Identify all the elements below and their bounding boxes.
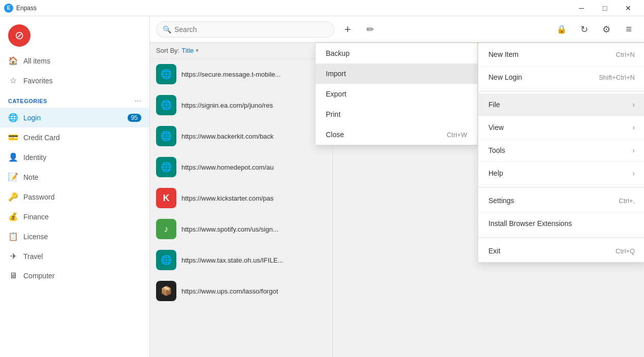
menu-divider-3 <box>478 237 644 238</box>
computer-label: Computer <box>23 272 141 280</box>
identity-label: Identity <box>23 153 141 161</box>
list-item[interactable]: 🌐 https://secure.message.t-mobile... <box>150 59 332 90</box>
item-icon: 📦 <box>156 281 176 301</box>
list-item[interactable]: 📦 https://www.ups.com/lasso/forgot <box>150 276 332 307</box>
home-icon: 🏠 <box>8 56 18 66</box>
menu-file[interactable]: File › <box>478 93 644 116</box>
add-button[interactable]: + <box>339 20 357 39</box>
new-login-shortcut: Shift+Ctrl+N <box>599 74 635 81</box>
exit-shortcut: Ctrl+Q <box>616 247 635 255</box>
sidebar-item-favorites[interactable]: ☆ Favorites <box>0 71 149 90</box>
sidebar-item-credit-card[interactable]: 💳 Credit Card <box>0 127 149 147</box>
list-header: Sort By: Title ▾ <box>150 43 332 59</box>
favorites-label: Favorites <box>23 77 141 85</box>
close-shortcut: Ctrl+W <box>447 131 467 139</box>
list-item[interactable]: ♪ https://www.spotify.com/us/sign... <box>150 214 332 245</box>
search-box[interactable]: 🔍 <box>156 21 334 38</box>
license-label: License <box>23 233 141 241</box>
menu-new-login[interactable]: New Login Shift+Ctrl+N <box>478 66 644 89</box>
finance-label: Finance <box>23 213 141 221</box>
sidebar-item-computer[interactable]: 🖥 Computer <box>0 266 149 285</box>
list-item[interactable]: 🌐 https://www.tax.state.oh.us/IFILE... <box>150 245 332 276</box>
app-name: Enpass <box>16 5 37 12</box>
categories-header: CATEGORIES ··· <box>0 90 149 108</box>
sort-by-value[interactable]: Title <box>181 47 194 54</box>
file-print-item[interactable]: Print <box>316 104 477 124</box>
item-url: https://www.ups.com/lasso/forgot <box>181 287 278 295</box>
sidebar-item-all-items[interactable]: 🏠 All items <box>0 51 149 71</box>
settings-shortcut: Ctrl+, <box>619 197 635 205</box>
categories-label: CATEGORIES <box>8 98 47 104</box>
item-url: https://www.tax.state.oh.us/IFILE... <box>181 256 283 264</box>
sort-by-label: Sort By: <box>156 47 179 54</box>
refresh-button[interactable]: ↻ <box>575 20 593 39</box>
item-icon: 🌐 <box>156 250 176 270</box>
password-label: Password <box>23 193 141 201</box>
new-item-shortcut: Ctrl+N <box>616 51 635 58</box>
menu-settings[interactable]: Settings Ctrl+, <box>478 189 644 212</box>
list-item[interactable]: 🌐 https://www.homedepot.com/au <box>150 152 332 183</box>
lock-button[interactable]: 🔒 <box>553 20 571 39</box>
avatar[interactable] <box>8 24 30 47</box>
list-item[interactable]: 🌐 https://www.backerkit.com/back <box>150 121 332 152</box>
toolbar: 🔍 + ✏ 🔒 ↻ ⚙ ≡ <box>150 16 644 43</box>
item-url: https://www.spotify.com/us/sign... <box>181 225 279 233</box>
edit-button[interactable]: ✏ <box>361 20 379 39</box>
item-url: https://www.backerkit.com/back <box>181 133 273 140</box>
file-chevron-icon: › <box>632 101 635 109</box>
item-icon: ♪ <box>156 219 176 239</box>
settings-button[interactable]: ⚙ <box>597 20 616 39</box>
travel-icon: ✈ <box>8 251 18 261</box>
print-label: Print <box>326 110 341 118</box>
menu-divider-2 <box>478 187 644 187</box>
menu-new-item[interactable]: New Item Ctrl+N <box>478 43 644 66</box>
tools-label: Tools <box>488 146 505 154</box>
sidebar-item-password[interactable]: 🔑 Password <box>0 187 149 207</box>
help-label: Help <box>488 169 503 177</box>
export-label: Export <box>326 90 346 98</box>
credit-card-icon: 💳 <box>8 133 18 142</box>
categories-more-button[interactable]: ··· <box>135 96 141 106</box>
sidebar-avatar-area <box>0 16 149 51</box>
app-logo: E <box>4 4 13 13</box>
file-close-item[interactable]: Close Ctrl+W <box>316 124 477 145</box>
list-item[interactable]: 🌐 https://signin.ea.com/p/juno/res <box>150 90 332 121</box>
login-label: Login <box>23 114 122 122</box>
menu-tools[interactable]: Tools › <box>478 139 644 162</box>
note-label: Note <box>23 173 141 181</box>
minimize-button[interactable]: ─ <box>570 0 593 16</box>
item-url: https://www.homedepot.com/au <box>181 164 273 171</box>
menu-help[interactable]: Help › <box>478 162 644 185</box>
sidebar-item-finance[interactable]: 💰 Finance <box>0 207 149 226</box>
view-chevron-icon: › <box>632 123 635 132</box>
file-export-item[interactable]: Export <box>316 84 477 104</box>
import-label: Import <box>326 70 346 78</box>
menu-view[interactable]: View › <box>478 116 644 139</box>
new-login-label: New Login <box>488 73 522 81</box>
item-icon: 🌐 <box>156 157 176 177</box>
all-items-label: All items <box>23 57 141 65</box>
menu-button[interactable]: ≡ <box>620 20 638 39</box>
travel-label: Travel <box>23 252 141 261</box>
view-label: View <box>488 123 504 132</box>
sidebar-item-note[interactable]: 📝 Note <box>0 167 149 187</box>
file-backup-item[interactable]: Backup <box>316 43 477 63</box>
menu-install-extensions[interactable]: Install Browser Extensions <box>478 212 644 235</box>
search-input[interactable] <box>174 25 328 34</box>
search-icon: 🔍 <box>163 25 171 34</box>
close-button[interactable]: ✕ <box>617 0 640 16</box>
sort-chevron-icon[interactable]: ▾ <box>196 47 199 54</box>
menu-exit[interactable]: Exit Ctrl+Q <box>478 240 644 262</box>
item-url: https://signin.ea.com/p/juno/res <box>181 102 273 109</box>
maximize-button[interactable]: □ <box>593 0 617 16</box>
titlebar-left: E Enpass <box>4 4 37 13</box>
install-extensions-label: Install Browser Extensions <box>488 219 572 228</box>
list-item[interactable]: K https://www.kickstarter.com/pas <box>150 183 332 214</box>
tools-chevron-icon: › <box>632 146 635 154</box>
file-import-item[interactable]: Import <box>316 63 477 84</box>
sidebar-item-login[interactable]: 🌐 Login 95 <box>0 108 149 127</box>
sidebar-item-identity[interactable]: 👤 Identity <box>0 147 149 167</box>
sidebar-item-travel[interactable]: ✈ Travel <box>0 246 149 266</box>
list-pane: Sort By: Title ▾ 🌐 https://secure.messag… <box>150 43 333 357</box>
sidebar-item-license[interactable]: 📋 License <box>0 226 149 246</box>
